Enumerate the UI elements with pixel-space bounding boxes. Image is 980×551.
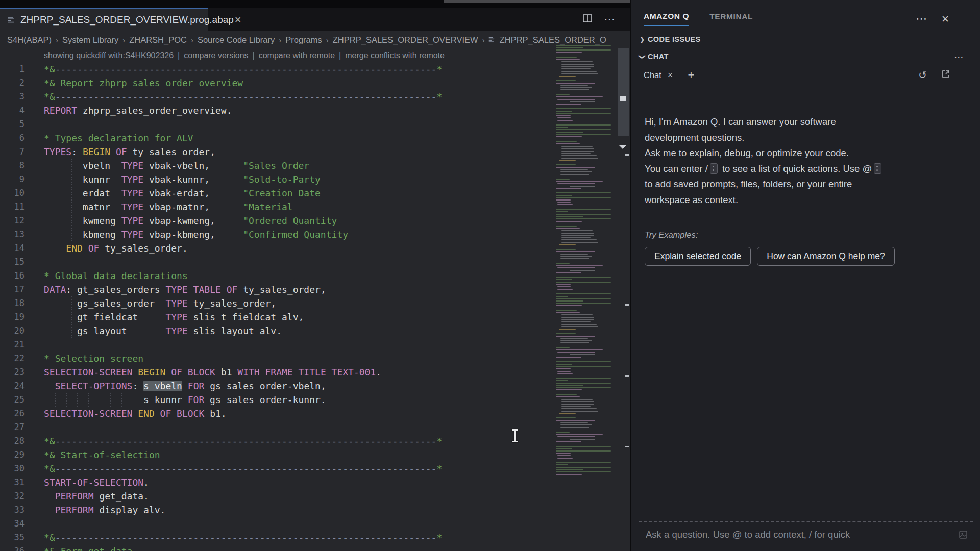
chat-tab[interactable]: Chat [644, 70, 662, 80]
code-line[interactable]: 36*& Form get_data [0, 544, 630, 551]
line-number[interactable]: 20 [0, 324, 32, 338]
chat-tab-close-icon[interactable]: × [668, 70, 673, 81]
line-number[interactable]: 31 [0, 475, 32, 489]
code-line[interactable]: 5 [0, 117, 630, 131]
line-number[interactable]: 18 [0, 296, 32, 310]
code-line[interactable]: 15 [0, 255, 630, 269]
code-line[interactable]: 13 kbmeng TYPE vbap-kbmeng, "Confirmed Q… [0, 228, 630, 241]
line-number[interactable]: 17 [0, 283, 32, 296]
code-line[interactable]: 3*&-------------------------------------… [0, 90, 630, 104]
split-editor-icon[interactable] [582, 13, 593, 26]
line-number[interactable]: 29 [0, 448, 32, 462]
explain-selected-code-button[interactable]: Explain selected code [645, 247, 751, 266]
breadcrumb-item[interactable]: S4H(ABAP) [7, 35, 52, 45]
quickdiff-link[interactable]: merge conflicts with remote [345, 51, 445, 60]
quickdiff-link[interactable]: compare versions [184, 51, 248, 60]
quickdiff-link[interactable]: compare with remote [259, 51, 335, 60]
breadcrumb-item[interactable]: Programs [285, 35, 322, 45]
code-editor[interactable]: showing quickdiff with:S4HK902326|compar… [0, 49, 630, 551]
line-number[interactable]: 28 [0, 434, 32, 448]
line-number[interactable]: 32 [0, 489, 32, 503]
breadcrumb-item[interactable]: Source Code Library [198, 35, 275, 45]
code-line[interactable]: 28*&------------------------------------… [0, 434, 630, 448]
line-number[interactable]: 5 [0, 117, 32, 131]
code-line[interactable]: 33 PERFORM display_alv. [0, 503, 630, 517]
panel-more-actions-icon[interactable]: ⋯ [916, 12, 928, 26]
line-number[interactable]: 25 [0, 393, 32, 407]
code-line[interactable]: 32 PERFORM get_data. [0, 489, 630, 503]
tab-terminal[interactable]: TERMINAL [709, 12, 753, 26]
line-number[interactable]: 24 [0, 379, 32, 393]
line-number[interactable]: 22 [0, 352, 32, 365]
code-issues-section[interactable]: ❯ CODE ISSUES [631, 31, 980, 48]
line-number[interactable]: 3 [0, 90, 32, 104]
editor-tab-abap-file[interactable]: ZHPRP_SALES_ORDER_OVERVIEW.prog.abap × [0, 8, 208, 31]
code-line[interactable]: 11 matnr TYPE vbap-matnr, "Material [0, 200, 630, 214]
panel-close-icon[interactable]: ✕ [941, 13, 949, 25]
line-number[interactable]: 1 [0, 62, 32, 76]
chevron-right-icon[interactable]: ❯ [636, 36, 648, 43]
editor-more-actions-icon[interactable]: ⋯ [604, 13, 616, 26]
line-number[interactable]: 27 [0, 420, 32, 434]
line-number[interactable]: 33 [0, 503, 32, 517]
code-line[interactable]: 16* Global data declarations [0, 269, 630, 283]
code-line[interactable]: 35*&------------------------------------… [0, 531, 630, 544]
line-number[interactable]: 26 [0, 407, 32, 420]
code-line[interactable]: 20 gs_layout TYPE slis_layout_alv. [0, 324, 630, 338]
code-line[interactable]: 19 gt_fieldcat TYPE slis_t_fieldcat_alv, [0, 310, 630, 324]
code-line[interactable]: 8 vbeln TYPE vbak-vbeln, "Sales Order [0, 159, 630, 172]
code-line[interactable]: 12 kwmeng TYPE vbap-kwmeng, "Ordered Qua… [0, 214, 630, 228]
code-line[interactable]: 31START-OF-SELECTION. [0, 475, 630, 489]
chat-more-actions-icon[interactable]: ⋯ [954, 51, 965, 63]
code-line[interactable]: 27 [0, 420, 630, 434]
code-line[interactable]: 26SELECTION-SCREEN END OF BLOCK b1. [0, 407, 630, 420]
line-number[interactable]: 11 [0, 200, 32, 214]
chevron-down-icon[interactable]: ❯ [639, 51, 646, 62]
line-number[interactable]: 6 [0, 131, 32, 145]
code-line[interactable]: 10 erdat TYPE vbak-erdat, "Creation Date [0, 186, 630, 200]
line-number[interactable]: 10 [0, 186, 32, 200]
code-line[interactable]: 23SELECTION-SCREEN BEGIN OF BLOCK b1 WIT… [0, 365, 630, 379]
code-line[interactable]: 2*& Report zhprp_sales_order_overview [0, 76, 630, 90]
code-line[interactable]: 21 [0, 338, 630, 352]
tab-amazon-q[interactable]: AMAZON Q [644, 12, 689, 26]
code-line[interactable]: 24 SELECT-OPTIONS: s_vbeln FOR gs_sales_… [0, 379, 630, 393]
breadcrumb-item[interactable]: ZHPRP_SALES_ORDER_OVERVIEW [333, 35, 478, 45]
line-number[interactable]: 2 [0, 76, 32, 90]
line-number[interactable]: 35 [0, 531, 32, 544]
code-line[interactable]: 18 gs_sales_order TYPE ty_sales_order, [0, 296, 630, 310]
code-line[interactable]: 30*&------------------------------------… [0, 462, 630, 475]
breadcrumb-item[interactable]: ZHARSH_POC [129, 35, 187, 45]
line-number[interactable]: 21 [0, 338, 32, 352]
line-number[interactable]: 36 [0, 544, 32, 551]
code-line[interactable]: 4REPORT zhprp_sales_order_overview. [0, 104, 630, 117]
editor-scrollbar[interactable] [617, 45, 630, 551]
line-number[interactable]: 30 [0, 462, 32, 475]
code-line[interactable]: 6* Types declaration for ALV [0, 131, 630, 145]
code-line[interactable]: 14 END OF ty_sales_order. [0, 241, 630, 255]
code-line[interactable]: 34 [0, 517, 630, 531]
code-line[interactable]: 7TYPES: BEGIN OF ty_sales_order, [0, 145, 630, 159]
line-number[interactable]: 16 [0, 269, 32, 283]
line-number[interactable]: 12 [0, 214, 32, 228]
line-number[interactable]: 34 [0, 517, 32, 531]
code-line[interactable]: 29*& Start-of-selection [0, 448, 630, 462]
chat-question-input[interactable] [645, 529, 953, 541]
breadcrumb-item[interactable]: System Library [62, 35, 118, 45]
line-number[interactable]: 7 [0, 145, 32, 159]
line-number[interactable]: 19 [0, 310, 32, 324]
code-line[interactable]: 17DATA: gt_sales_orders TYPE TABLE OF ty… [0, 283, 630, 296]
line-number[interactable]: 9 [0, 172, 32, 186]
minimap[interactable] [554, 45, 617, 524]
code-line[interactable]: 25 s_kunnr FOR gs_sales_order-kunnr. [0, 393, 630, 407]
scrollbar-thumb[interactable] [618, 48, 629, 136]
line-number[interactable]: 13 [0, 228, 32, 241]
open-chat-in-editor-icon[interactable] [941, 69, 950, 81]
line-number[interactable]: 23 [0, 365, 32, 379]
chat-history-icon[interactable]: ↺ [918, 69, 927, 81]
quickdiff-link[interactable]: showing quickdiff with:S4HK902326 [44, 51, 174, 60]
line-number[interactable]: 4 [0, 104, 32, 117]
line-number[interactable]: 8 [0, 159, 32, 172]
code-line[interactable]: 9 kunnr TYPE vbak-kunnr, "Sold-to-Party [0, 172, 630, 186]
code-line[interactable]: 1*&-------------------------------------… [0, 62, 630, 76]
